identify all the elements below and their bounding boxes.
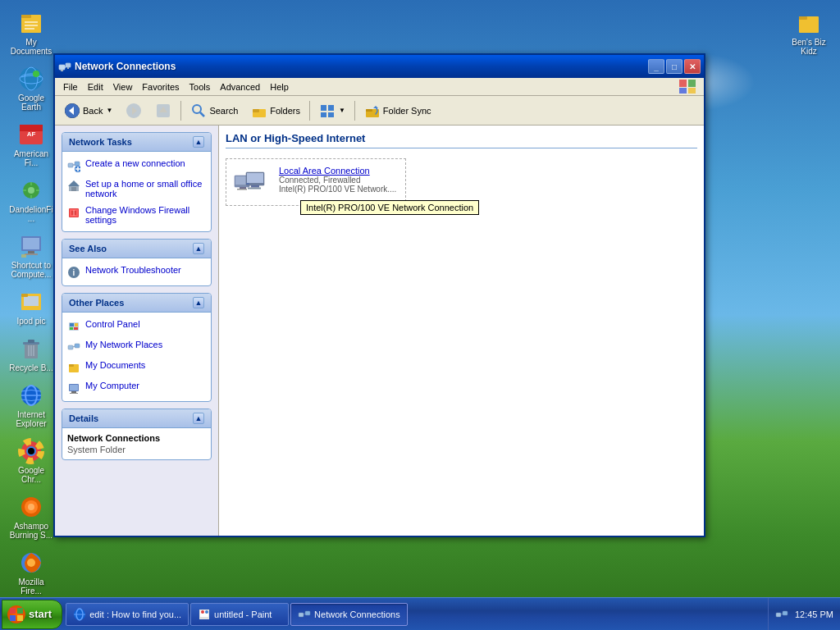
my-documents-other-link[interactable]: My Documents	[67, 358, 206, 376]
other-places-title: Other Places	[69, 298, 124, 308]
bens-biz-kidz-icon	[796, 10, 822, 36]
svg-rect-116	[10, 615, 16, 621]
search-button[interactable]: Search	[185, 99, 244, 122]
see-also-header[interactable]: See Also ▲	[62, 240, 211, 258]
desktop-icon-ipod-pic[interactable]: Ipod pic	[7, 287, 56, 327]
minimize-button[interactable]: _	[648, 59, 664, 74]
start-button[interactable]: start	[2, 600, 62, 629]
connection-name: Local Area Connection	[279, 166, 396, 176]
network-connections-window: Network Connections _ □ ✕ File Edit View…	[53, 53, 705, 537]
desktop-icon-american-fi[interactable]: AF American Fi...	[7, 120, 56, 169]
taskbar-items: edit : How to find you... untitled - Pai…	[62, 598, 768, 630]
google-chrome-label: Google Chr...	[8, 466, 54, 484]
back-dropdown-arrow[interactable]: ▼	[106, 107, 112, 114]
my-documents-label: My Documents	[8, 38, 54, 56]
svg-rect-48	[61, 70, 63, 71]
desktop-icon-shortcut-computer[interactable]: Shortcut to Compute...	[7, 231, 56, 281]
forward-button[interactable]	[120, 99, 148, 122]
svg-text:i: i	[73, 268, 75, 277]
details-toggle[interactable]: ▲	[193, 413, 204, 424]
other-places-toggle[interactable]: ▲	[193, 297, 204, 308]
create-new-connection-link[interactable]: Create a new connection	[67, 157, 206, 174]
taskbar-item-paint[interactable]: untitled - Paint	[190, 603, 289, 626]
network-tasks-title: Network Tasks	[69, 137, 132, 147]
set-up-home-link[interactable]: Set up a home or small office network	[67, 177, 206, 200]
svg-rect-128	[776, 613, 781, 617]
close-button[interactable]: ✕	[684, 59, 701, 74]
paint-taskbar-icon	[198, 608, 211, 621]
desktop-icon-my-documents[interactable]: My Documents	[7, 8, 56, 57]
menu-help[interactable]: Help	[265, 80, 294, 94]
network-places-icon	[67, 340, 80, 354]
desktop-icon-google-chrome[interactable]: Google Chr...	[7, 436, 56, 486]
connection-status: Connected, Firewalled	[279, 176, 396, 185]
control-panel-link[interactable]: Control Panel	[67, 317, 206, 335]
views-icon	[319, 103, 336, 119]
windows-logo	[678, 78, 697, 94]
menu-tools[interactable]: Tools	[185, 80, 216, 94]
folder-sync-button[interactable]: Folder Sync	[358, 99, 437, 122]
network-tasks-toggle[interactable]: ▲	[193, 136, 204, 148]
recycle-bin-icon	[18, 336, 44, 362]
local-area-connection-icon	[233, 166, 272, 199]
other-places-header[interactable]: Other Places ▲	[62, 294, 211, 313]
svg-text:AF: AF	[27, 130, 36, 138]
see-also-section: See Also ▲ i Network Troubleshooter	[62, 239, 212, 286]
my-computer-link[interactable]: My Computer	[67, 379, 206, 396]
menu-edit[interactable]: Edit	[83, 80, 108, 94]
svg-rect-107	[240, 187, 246, 189]
google-chrome-icon	[18, 438, 44, 464]
see-also-toggle[interactable]: ▲	[193, 243, 204, 254]
desktop: My Documents Google Earth AF American Fi…	[0, 0, 840, 630]
svg-rect-28	[28, 340, 34, 343]
ie-tab-label: edit : How to find you...	[89, 609, 181, 619]
ashampo-label: Ashampo Burning S...	[8, 522, 54, 540]
taskbar-item-ie[interactable]: edit : How to find you...	[66, 603, 189, 626]
folders-button[interactable]: Folders	[245, 99, 306, 122]
folder-sync-label: Folder Sync	[383, 106, 431, 116]
maximize-button[interactable]: □	[666, 59, 682, 74]
up-button[interactable]	[149, 99, 177, 122]
views-button[interactable]: ▼	[313, 99, 351, 122]
views-dropdown-arrow[interactable]: ▼	[339, 107, 345, 114]
svg-rect-103	[71, 391, 76, 393]
menu-favorites[interactable]: Favorites	[137, 80, 184, 94]
desktop-icon-internet-explorer[interactable]: Internet Explorer	[7, 381, 56, 430]
details-subtitle: System Folder	[67, 445, 206, 454]
network-tasks-header[interactable]: Network Tasks ▲	[62, 133, 211, 152]
my-network-places-link[interactable]: My Network Places	[67, 338, 206, 355]
menu-view[interactable]: View	[108, 80, 138, 94]
svg-rect-53	[679, 80, 687, 87]
svg-marker-84	[68, 180, 80, 186]
desktop-icon-dandelion-fi[interactable]: DandelionFi...	[7, 176, 56, 225]
taskbar-item-network[interactable]: Network Connections	[290, 603, 408, 626]
svg-rect-24	[24, 296, 39, 306]
toolbar-sep-1	[180, 101, 181, 121]
change-firewall-label: Change Windows Firewall settings	[85, 205, 206, 225]
svg-rect-92	[70, 323, 74, 326]
mozilla-firefox-label: Mozilla Fire...	[8, 578, 54, 596]
taskbar: start edit : How to find you...	[0, 597, 840, 630]
svg-rect-51	[67, 67, 69, 69]
desktop-icon-ashampo[interactable]: Ashampo Burning S...	[7, 492, 56, 541]
svg-rect-20	[28, 251, 34, 253]
local-area-connection-item[interactable]: Local Area Connection Connected, Firewal…	[226, 158, 406, 206]
details-header[interactable]: Details ▲	[62, 409, 211, 428]
back-button[interactable]: Back ▼	[58, 99, 118, 122]
ashampo-icon	[18, 494, 44, 520]
desktop-icon-google-earth[interactable]: Google Earth	[7, 64, 56, 113]
svg-rect-100	[69, 364, 74, 367]
desktop-icon-recycle-bin[interactable]: Recycle B...	[7, 334, 56, 374]
svg-point-13	[28, 187, 34, 194]
svg-rect-69	[328, 105, 334, 111]
change-firewall-link[interactable]: Change Windows Firewall settings	[67, 203, 206, 226]
network-troubleshooter-link[interactable]: i Network Troubleshooter	[67, 263, 206, 281]
menu-advanced[interactable]: Advanced	[215, 80, 265, 94]
desktop-icon-mozilla-firefox[interactable]: Mozilla Fire...	[7, 548, 56, 597]
ipod-pic-icon	[18, 289, 44, 315]
svg-rect-114	[10, 608, 16, 614]
menu-file[interactable]: File	[58, 80, 83, 94]
bens-biz-kidz-label: Ben's Biz Kidz	[786, 38, 832, 56]
svg-rect-96	[68, 345, 73, 349]
desktop-icon-bens-biz-kidz[interactable]: Ben's Biz Kidz	[784, 8, 833, 57]
